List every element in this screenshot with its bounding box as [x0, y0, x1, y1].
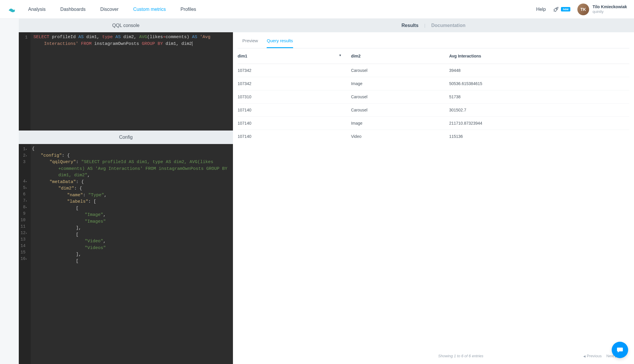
config-editor[interactable]: 1 ▾2 ▾3 4 ▾5 ▾67 ▾8 ▾9101112 ▾13141516 ▾… — [19, 144, 233, 364]
col-dim1[interactable]: dim1▼ — [238, 48, 351, 64]
table-row: 107140Carousel301502.7 — [238, 104, 629, 117]
table-row: 107342Carousel39448 — [238, 64, 629, 77]
nav-link-profiles[interactable]: Profiles — [180, 7, 196, 12]
pager: ◀ Previous Next ▶ — [583, 354, 618, 358]
table-row: 107342Image50536.615384615 — [238, 77, 629, 90]
config-panel-header: Config — [19, 131, 233, 144]
nav-links: AnalysisDashboardsDiscoverCustom metrics… — [28, 7, 536, 12]
qql-editor[interactable]: 1 SELECT profileId AS dim1, type AS dim2… — [19, 32, 233, 131]
top-nav: AnalysisDashboardsDiscoverCustom metrics… — [0, 0, 634, 19]
tab-results[interactable]: Results — [402, 23, 419, 28]
whats-new-button[interactable]: new — [553, 6, 570, 13]
sort-caret-icon: ▼ — [339, 54, 342, 57]
table-row: 107310Carousel51738 — [238, 90, 629, 104]
tab-documentation[interactable]: Documentation — [431, 23, 465, 28]
user-menu[interactable]: TK Tilo Kmieckowiak quintly — [577, 4, 627, 15]
results-header: Results | Documentation — [233, 19, 634, 32]
new-badge: new — [561, 7, 570, 11]
user-org: quintly — [593, 9, 627, 14]
user-name: Tilo Kmieckowiak — [593, 4, 627, 9]
subtab-query-results[interactable]: Query results — [267, 38, 293, 48]
brand-logo[interactable] — [7, 5, 16, 14]
nav-link-analysis[interactable]: Analysis — [28, 7, 46, 12]
qql-panel-header: QQL console — [19, 19, 233, 32]
table-row: 107140Image211710.87323944 — [238, 117, 629, 130]
help-link[interactable]: Help — [536, 7, 546, 12]
table-footer-status: Showing 1 to 6 of 6 entries — [438, 354, 483, 358]
subtab-preview[interactable]: Preview — [242, 38, 258, 48]
table-row: 107140Video115136 — [238, 130, 629, 143]
avatar: TK — [577, 4, 589, 15]
pager-prev[interactable]: ◀ Previous — [583, 354, 601, 358]
nav-link-discover[interactable]: Discover — [100, 7, 119, 12]
col-avg-interactions[interactable]: Avg Interactions — [449, 48, 629, 64]
chat-launcher[interactable] — [612, 342, 628, 358]
nav-link-dashboards[interactable]: Dashboards — [60, 7, 86, 12]
results-table: dim1▼dim2Avg Interactions 107342Carousel… — [238, 48, 629, 143]
svg-point-0 — [556, 8, 557, 9]
col-dim2[interactable]: dim2 — [351, 48, 449, 64]
nav-link-custom-metrics[interactable]: Custom metrics — [133, 7, 166, 12]
rocket-icon — [553, 6, 559, 13]
